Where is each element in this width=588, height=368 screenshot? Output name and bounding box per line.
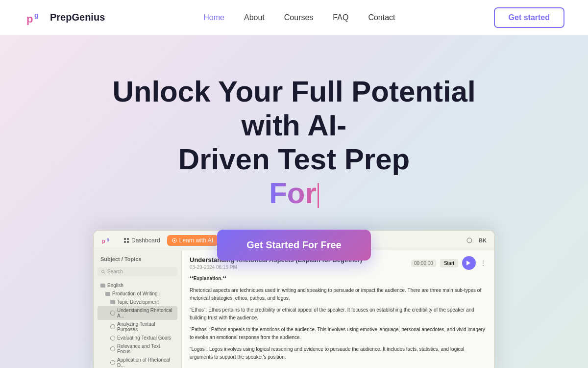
search-icon [101, 270, 105, 274]
hero-content: Unlock Your Full Potential with AI- Driv… [93, 75, 495, 261]
hero-cta-button[interactable]: Get Started For Free [217, 230, 370, 261]
nav-item-courses[interactable]: Courses [284, 13, 314, 22]
content-para-3: "Pathos": Pathos appeals to the emotions… [190, 326, 487, 342]
app-sidebar: Subject / Topics Search English Producti… [94, 250, 182, 368]
sidebar-item-evaluating[interactable]: Evaluating Textual Goals [98, 334, 177, 342]
nav-item-about[interactable]: About [244, 13, 265, 22]
item-icon [110, 360, 115, 365]
svg-line-19 [104, 272, 105, 274]
nav-get-started-button[interactable]: Get started [494, 7, 564, 28]
cursor [318, 183, 319, 208]
content-date: 03-29-2024 06:15 PM [190, 264, 362, 270]
folder-icon [105, 292, 110, 296]
svg-text:p: p [26, 13, 33, 25]
content-para-2: "Ethos": Ethos pertains to the credibili… [190, 306, 487, 322]
nav-item-contact[interactable]: Contact [368, 13, 395, 22]
nav-links: Home About Courses FAQ Contact [203, 13, 395, 22]
folder-icon [100, 284, 105, 288]
nav-item-faq[interactable]: FAQ [333, 13, 348, 22]
item-icon [110, 324, 115, 329]
hero-title-line2: Driven Test Prep [178, 143, 410, 176]
sidebar-item-topic-dev[interactable]: Topic Development [98, 298, 177, 306]
item-icon [110, 311, 115, 315]
hero-title-animated: For [269, 177, 317, 210]
svg-point-18 [102, 270, 104, 272]
sidebar-item-rhetorical[interactable]: Understanding Rhetorical A... [98, 306, 177, 320]
sidebar-search[interactable]: Search [98, 267, 177, 276]
hero-section: Unlock Your Full Potential with AI- Driv… [0, 35, 588, 368]
main-nav: p g PrepGenius Home About Courses FAQ Co… [0, 0, 588, 35]
content-explanation-header: **Explanation.** [190, 275, 487, 283]
hero-title: Unlock Your Full Potential with AI- Driv… [93, 75, 495, 210]
content-para-4: "Logos": Logos involves using logical re… [190, 345, 487, 361]
logo-icon: p g [24, 7, 45, 28]
sidebar-item-english[interactable]: English [98, 281, 177, 289]
sidebar-item-application[interactable]: Application of Rhetorical D... [98, 356, 177, 368]
content-body: **Explanation.** Rhetorical aspects are … [190, 275, 487, 361]
sidebar-item-analyzing[interactable]: Analyzing Textual Purposes [98, 320, 177, 334]
app-main-content: Understanding Rhetorical Aspects (Explai… [182, 250, 494, 368]
item-icon [110, 346, 115, 351]
folder-icon [110, 300, 115, 304]
sidebar-item-relevance[interactable]: Relevance and Text Focus [98, 342, 177, 356]
brand-name: PrepGenius [50, 12, 105, 23]
content-para-1: Rhetorical aspects are techniques used i… [190, 287, 487, 302]
app-body: Subject / Topics Search English Producti… [94, 250, 494, 368]
svg-text:g: g [34, 11, 39, 19]
logo[interactable]: p g PrepGenius [24, 7, 105, 28]
hero-title-line1: Unlock Your Full Potential with AI- [112, 75, 475, 142]
nav-item-home[interactable]: Home [203, 13, 224, 22]
item-icon [110, 336, 115, 341]
hero-cta-area: Get Started For Free [93, 230, 495, 261]
sidebar-item-production[interactable]: Production of Writing [98, 289, 177, 298]
